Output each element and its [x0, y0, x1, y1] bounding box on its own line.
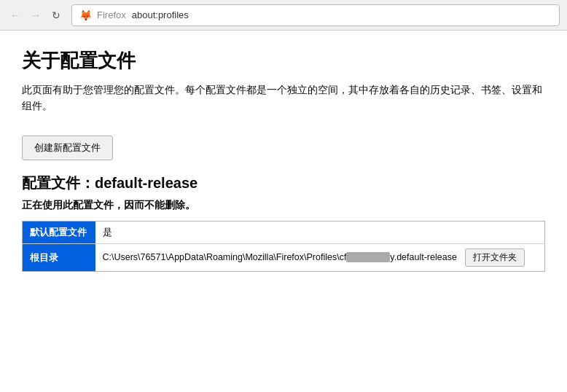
- address-bar[interactable]: 🦊 Firefox about:profiles: [71, 4, 560, 26]
- page-description: 此页面有助于您管理您的配置文件。每个配置文件都是一个独立的空间，其中存放着各自的…: [22, 82, 545, 114]
- table-label-rootdir: 根目录: [23, 244, 95, 272]
- table-value-default: 是: [95, 222, 545, 244]
- table-row: 根目录 C:\Users\76571\AppData\Roaming\Mozil…: [23, 244, 545, 272]
- firefox-icon: 🦊: [79, 9, 91, 21]
- open-folder-button[interactable]: 打开文件夹: [465, 248, 525, 267]
- page-content: 关于配置文件 此页面有助于您管理您的配置文件。每个配置文件都是一个独立的空间，其…: [0, 31, 567, 392]
- address-domain: Firefox: [97, 9, 126, 20]
- address-text: Firefox about:profiles: [97, 9, 189, 20]
- forward-button[interactable]: →: [28, 7, 44, 23]
- address-url: about:profiles: [132, 9, 189, 20]
- browser-chrome: ← → ↻ 🦊 Firefox about:profiles: [0, 0, 567, 31]
- path-prefix: C:\Users\76571\AppData\Roaming\Mozilla\F…: [103, 252, 347, 262]
- profile-warning: 正在使用此配置文件，因而不能删除。: [22, 199, 545, 212]
- table-value-rootdir: C:\Users\76571\AppData\Roaming\Mozilla\F…: [95, 244, 545, 272]
- back-button[interactable]: ←: [7, 7, 23, 23]
- page-title: 关于配置文件: [22, 48, 545, 74]
- table-row: 默认配置文件 是: [23, 222, 545, 244]
- profile-name-heading: 配置文件：default-release: [22, 173, 545, 193]
- path-suffix: y.default-release: [390, 252, 457, 262]
- nav-buttons: ← → ↻: [7, 7, 64, 23]
- table-label-default: 默认配置文件: [23, 222, 95, 244]
- create-profile-button[interactable]: 创建新配置文件: [22, 136, 113, 160]
- path-redacted: [346, 252, 390, 262]
- refresh-button[interactable]: ↻: [48, 7, 64, 23]
- profile-table: 默认配置文件 是 根目录 C:\Users\76571\AppData\Roam…: [22, 221, 545, 272]
